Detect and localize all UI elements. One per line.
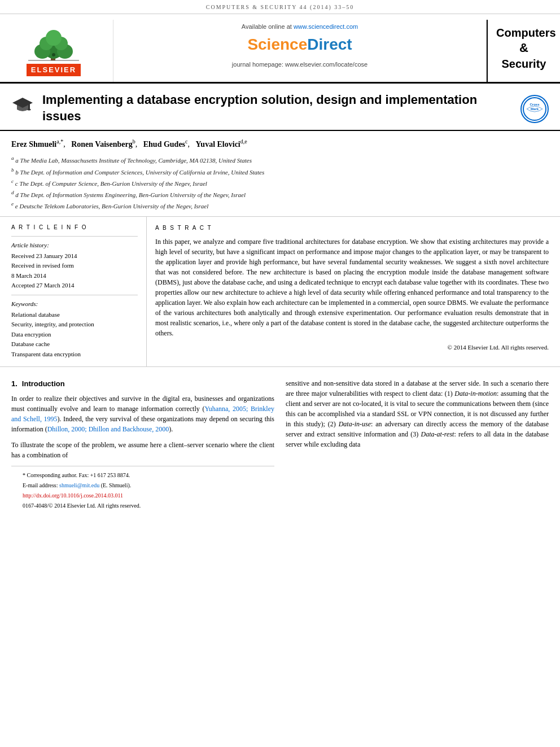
- footnotes-section: * Corresponding author. Fax: +1 617 253 …: [11, 466, 274, 517]
- copyright-text: © 2014 Elsevier Ltd. All rights reserved…: [155, 343, 549, 352]
- article-title-section: Implementing a database encryption solut…: [0, 84, 560, 131]
- article-info-header: A R T I C L E I N F O: [11, 224, 138, 231]
- section-1-paragraph-2: To illustrate the scope of the problem, …: [11, 440, 274, 460]
- email-link[interactable]: shmueli@mit.edu: [59, 482, 99, 488]
- section-number: 1.: [11, 378, 18, 390]
- elsevier-brand: ELSEVIER: [27, 64, 81, 76]
- journal-homepage-link[interactable]: www.elsevier.com/locate/cose: [285, 61, 368, 68]
- received-date: Received 23 January 2014: [11, 252, 138, 260]
- sciencedirect-section: Available online at www.sciencedirect.co…: [113, 20, 487, 82]
- affiliations: a a The Media Lab, Massachusetts Institu…: [11, 154, 549, 211]
- crossmark-section: Cross Mark: [520, 95, 549, 123]
- article-history-label: Article history:: [11, 241, 138, 250]
- main-content: 1. Introduction In order to realize thei…: [0, 367, 560, 518]
- author-4: Yuval Elovici: [196, 140, 240, 148]
- keyword-2: Security, integrity, and protection: [11, 320, 138, 329]
- divider-2: [11, 295, 138, 295]
- term-data-in-motion: Data-in-motion: [454, 390, 497, 397]
- crossmark-badge: Cross Mark: [520, 95, 549, 123]
- affiliation-c: c c The Dept. of Computer Science, Ben-G…: [11, 177, 549, 189]
- citation-yuhanna[interactable]: Yuhanna, 2005; Brinkley and Schell, 1995: [11, 405, 274, 423]
- svg-rect-10: [28, 103, 30, 110]
- abstract-column: A B S T R A C T In this paper, we analyz…: [147, 217, 549, 366]
- term-data-in-use: Data-in-use: [339, 420, 371, 428]
- affiliation-e: e e Deutsche Telekom Laboratories, Ben-G…: [11, 200, 549, 211]
- article-title: Implementing a database encryption solut…: [42, 92, 512, 124]
- doi-link[interactable]: http://dx.doi.org/10.1016/j.cose.2014.03…: [23, 492, 123, 499]
- keywords-label: Keywords:: [11, 300, 138, 308]
- content-left-column: 1. Introduction In order to realize thei…: [11, 378, 274, 518]
- affiliation-a: a a The Media Lab, Massachusetts Institu…: [11, 154, 549, 165]
- sciencedirect-logo: ScienceDirect: [119, 33, 480, 55]
- section-1-paragraph-1: In order to realize their objectives and…: [11, 394, 274, 434]
- abstract-header: A B S T R A C T: [155, 224, 549, 232]
- footnote-doi: http://dx.doi.org/10.1016/j.cose.2014.03…: [23, 491, 263, 500]
- sciencedirect-url[interactable]: www.sciencedirect.com: [294, 23, 358, 30]
- keyword-3: Data encryption: [11, 330, 138, 339]
- journal-homepage-text: journal homepage: www.elsevier.com/locat…: [119, 60, 480, 69]
- footnote-email: E-mail address: shmueli@mit.edu (E. Shmu…: [23, 481, 263, 490]
- accepted-date: Accepted 27 March 2014: [11, 281, 138, 290]
- footnote-corresponding: * Corresponding author. Fax: +1 617 253 …: [23, 471, 263, 479]
- journal-citation: COMPUTERS & SECURITY 44 (2014) 33–50: [0, 0, 560, 14]
- abstract-text: In this paper, we analyze and compare fi…: [155, 237, 549, 338]
- journal-name-section: Computers & Security: [487, 20, 560, 82]
- citation-text: COMPUTERS & SECURITY 44 (2014) 33–50: [206, 4, 354, 10]
- section-1-right-paragraph: sensitive and non-sensitive data stored …: [286, 378, 549, 449]
- term-data-at-rest: Data-at-rest: [421, 430, 454, 438]
- keyword-4: Database cache: [11, 340, 138, 348]
- svg-text:Cross: Cross: [530, 103, 540, 106]
- elsevier-logo: ELSEVIER: [8, 20, 99, 76]
- author-1: Erez Shmueli: [11, 140, 56, 148]
- keyword-5: Transparent data encryption: [11, 350, 138, 359]
- affiliation-d: d d The Dept. of Information Systems Eng…: [11, 189, 549, 200]
- section-heading: Introduction: [22, 378, 65, 390]
- keywords-list: Relational database Security, integrity,…: [11, 311, 138, 359]
- author-2: Ronen Vaisenberg: [71, 140, 133, 148]
- article-title-block: Implementing a database encryption solut…: [42, 92, 512, 124]
- article-info-column: A R T I C L E I N F O Article history: R…: [11, 217, 147, 366]
- graduation-cap-icon: [11, 95, 34, 115]
- info-abstract-section: A R T I C L E I N F O Article history: R…: [0, 217, 560, 367]
- elsevier-logo-section: ELSEVIER: [0, 20, 113, 82]
- journal-header: ELSEVIER Available online at www.science…: [0, 14, 560, 84]
- journal-title: Computers & Security: [496, 25, 552, 71]
- author-3: Ehud Gudes: [143, 140, 185, 148]
- keyword-1: Relational database: [11, 311, 138, 319]
- authors-line: Erez Shmuelia,*, Ronen Vaisenbergb, Ehud…: [11, 138, 549, 150]
- svg-text:Mark: Mark: [531, 107, 539, 111]
- available-online-text: Available online at www.sciencedirect.co…: [119, 23, 480, 31]
- article-type-icon: [11, 95, 34, 117]
- content-right-column: sensitive and non-sensitive data stored …: [286, 378, 549, 518]
- svg-point-8: [52, 53, 55, 56]
- svg-point-7: [46, 30, 62, 46]
- section-1-title: 1. Introduction: [11, 378, 274, 390]
- affiliation-b: b b The Dept. of Information and Compute…: [11, 166, 549, 177]
- authors-section: Erez Shmuelia,*, Ronen Vaisenbergb, Ehud…: [0, 131, 560, 217]
- citation-dhillon[interactable]: Dhillon, 2000; Dhillon and Backhouse, 20…: [47, 425, 169, 433]
- crossmark-icon: Cross Mark: [522, 97, 547, 121]
- revised-date: 8 March 2014: [11, 272, 138, 280]
- elsevier-tree-icon: [23, 22, 85, 63]
- divider: [11, 236, 138, 237]
- footnote-issn: 0167-4048/© 2014 Elsevier Ltd. All right…: [23, 501, 263, 510]
- revised-label: Received in revised form: [11, 261, 138, 270]
